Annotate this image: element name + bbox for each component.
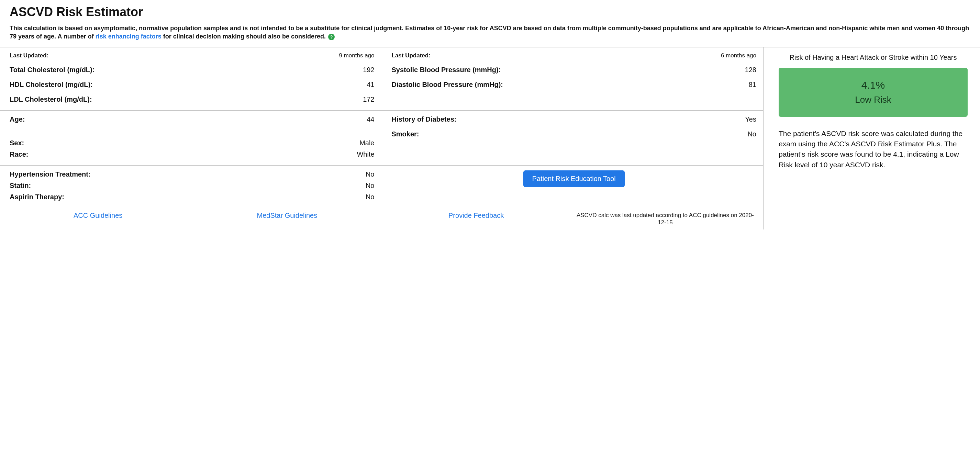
diastolic-bp-value: 81 xyxy=(749,81,756,89)
results-panel: Risk of Having a Heart Attack or Stroke … xyxy=(764,48,980,230)
calc-update-note: ASCVD calc was last updated according to… xyxy=(574,211,756,226)
hdl-cholesterol-value: 41 xyxy=(367,81,374,89)
hdl-cholesterol-label: HDL Cholesterol (mg/dL): xyxy=(10,81,93,89)
ldl-cholesterol-label: LDL Cholesterol (mg/dL): xyxy=(10,95,92,103)
smoker-value: No xyxy=(748,130,756,138)
systolic-bp-value: 128 xyxy=(745,66,756,74)
age-label: Age: xyxy=(10,115,25,123)
info-icon[interactable]: ? xyxy=(328,34,335,40)
age-value: 44 xyxy=(367,115,374,123)
risk-score-box: 4.1% Low Risk xyxy=(779,68,967,117)
medstar-guidelines-link[interactable]: MedStar Guidelines xyxy=(196,211,378,219)
race-label: Race: xyxy=(10,151,28,158)
risk-heading: Risk of Having a Heart Attack or Stroke … xyxy=(779,54,967,62)
race-value: White xyxy=(357,151,374,158)
acc-guidelines-link[interactable]: ACC Guidelines xyxy=(7,211,189,219)
risk-level: Low Risk xyxy=(782,94,964,105)
disclaimer-text: This calculation is based on asymptomati… xyxy=(10,24,970,41)
labs-updated-label: Last Updated: xyxy=(10,52,48,59)
diastolic-bp-label: Diastolic Blood Pressure (mmHg): xyxy=(392,81,503,89)
statin-value: No xyxy=(366,182,375,190)
statin-label: Statin: xyxy=(10,182,31,190)
diabetes-value: Yes xyxy=(745,115,756,123)
total-cholesterol-value: 192 xyxy=(363,66,374,74)
bp-updated-label: Last Updated: xyxy=(392,52,431,59)
hypertension-treatment-label: Hypertension Treatment: xyxy=(10,170,91,178)
aspirin-therapy-value: No xyxy=(366,193,375,201)
hypertension-treatment-value: No xyxy=(366,170,375,178)
diabetes-label: History of Diabetes: xyxy=(392,115,457,123)
risk-percent: 4.1% xyxy=(782,79,964,91)
sex-value: Male xyxy=(360,139,374,147)
ldl-cholesterol-value: 172 xyxy=(363,95,374,103)
disclaimer-post: for clinical decision making should also… xyxy=(162,33,328,40)
sex-label: Sex: xyxy=(10,139,24,147)
patient-risk-education-button[interactable]: Patient Risk Education Tool xyxy=(523,170,625,187)
risk-enhancing-factors-link[interactable]: risk enhancing factors xyxy=(95,33,162,40)
aspirin-therapy-label: Aspirin Therapy: xyxy=(10,193,64,201)
smoker-label: Smoker: xyxy=(392,130,419,138)
provide-feedback-link[interactable]: Provide Feedback xyxy=(385,211,567,219)
labs-updated-value: 9 months ago xyxy=(339,52,374,59)
systolic-bp-label: Systolic Blood Pressure (mmHg): xyxy=(392,66,501,74)
risk-summary-text: The patient's ASCVD risk score was calcu… xyxy=(779,129,967,170)
bp-updated-value: 6 months ago xyxy=(721,52,756,59)
inputs-panel: Last Updated: 9 months ago Total Cholest… xyxy=(0,48,764,230)
total-cholesterol-label: Total Cholesterol (mg/dL): xyxy=(10,66,94,74)
page-title: ASCVD Risk Estimator xyxy=(10,5,970,19)
